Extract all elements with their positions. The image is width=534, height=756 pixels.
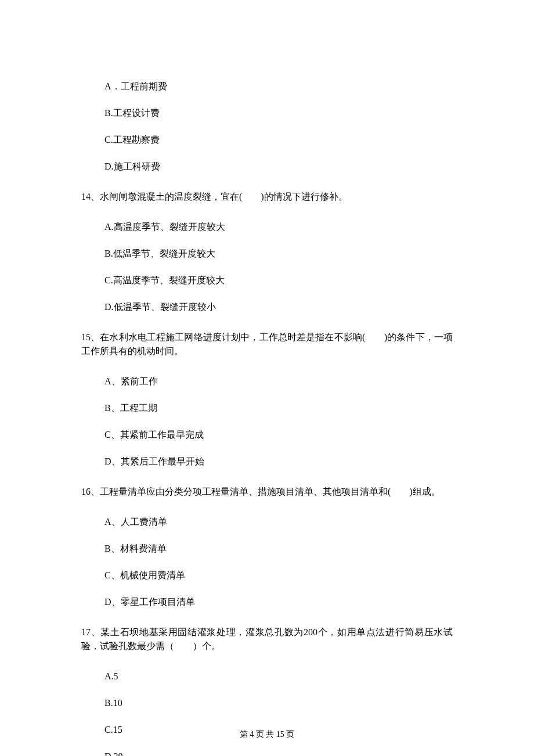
q17-options: A.5 B.10 C.15 D.20 [81,669,453,756]
q15-option-c: C、其紧前工作最早完成 [104,428,453,442]
q16-options: A、人工费清单 B、材料费清单 C、机械使用费清单 D、零星工作项目清单 [81,515,453,609]
q13-option-c: C.工程勘察费 [104,133,453,147]
q17-option-a: A.5 [104,669,453,683]
q13-option-b: B.工程设计费 [104,106,453,120]
q14-stem: 14、水闸闸墩混凝土的温度裂缝，宜在( )的情况下进行修补。 [81,190,453,204]
q15-option-a: A、紧前工作 [104,375,453,388]
q14-option-c: C.高温度季节、裂缝开度较大 [104,273,453,287]
q15-stem: 15、在水利水电工程施工网络进度计划中，工作总时差是指在不影响( )的条件下，一… [81,330,453,358]
q16-option-d: D、零星工作项目清单 [104,595,453,609]
page-footer: 第 4 页 共 15 页 [0,728,534,740]
q13-options: A．工程前期费 B.工程设计费 C.工程勘察费 D.施工科研费 [81,80,453,174]
q14-option-d: D.低温季节、裂缝开度较小 [104,300,453,314]
page-container: A．工程前期费 B.工程设计费 C.工程勘察费 D.施工科研费 14、水闸闸墩混… [0,0,534,756]
q17-stem: 17、某土石坝地基采用固结灌浆处理，灌浆总孔数为200个，如用单点法进行简易压水… [81,625,453,653]
q17-option-b: B.10 [104,696,453,710]
q16-option-c: C、机械使用费清单 [104,568,453,582]
q16-option-b: B、材料费清单 [104,542,453,556]
q13-option-d: D.施工科研费 [104,160,453,174]
q16-stem: 16、工程量清单应由分类分项工程量清单、措施项目清单、其他项目清单和( )组成。 [81,485,453,499]
q17-option-d: D.20 [104,750,453,756]
q15-options: A、紧前工作 B、工程工期 C、其紧前工作最早完成 D、其紧后工作最早开始 [81,375,453,469]
q14-options: A.高温度季节、裂缝开度较大 B.低温季节、裂缝开度较大 C.高温度季节、裂缝开… [81,220,453,314]
q14-option-b: B.低温季节、裂缝开度较大 [104,247,453,261]
q15-option-b: B、工程工期 [104,401,453,415]
q14-option-a: A.高温度季节、裂缝开度较大 [104,220,453,234]
q13-option-a: A．工程前期费 [104,80,453,93]
q16-option-a: A、人工费清单 [104,515,453,529]
q15-option-d: D、其紧后工作最早开始 [104,455,453,469]
